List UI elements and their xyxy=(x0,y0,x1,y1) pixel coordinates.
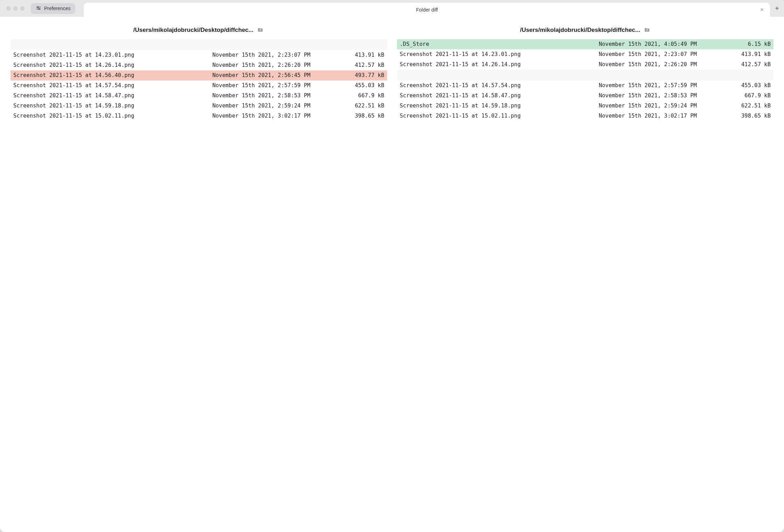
preferences-wrap: Preferences xyxy=(31,0,79,17)
file-row[interactable]: Screenshot 2021-11-15 at 14.56.40.pngNov… xyxy=(11,70,387,80)
file-date: November 15th 2021, 3:02:17 PM xyxy=(175,112,310,120)
file-date: November 15th 2021, 2:57:59 PM xyxy=(561,82,697,89)
file-row[interactable]: Screenshot 2021-11-15 at 14.23.01.pngNov… xyxy=(11,50,387,60)
minimize-window-button[interactable] xyxy=(13,6,18,10)
file-name: Screenshot 2021-11-15 at 14.59.18.png xyxy=(13,102,173,110)
close-window-button[interactable] xyxy=(6,6,11,10)
file-size: 413.91 kB xyxy=(312,51,384,59)
new-tab-button[interactable]: + xyxy=(770,0,784,17)
file-row[interactable]: Screenshot 2021-11-15 at 14.59.18.pngNov… xyxy=(397,101,773,111)
file-size: 455.03 kB xyxy=(699,82,771,89)
file-date: November 15th 2021, 2:59:24 PM xyxy=(561,102,697,110)
file-row[interactable]: Screenshot 2021-11-15 at 15.02.11.pngNov… xyxy=(11,111,387,121)
file-date: November 15th 2021, 2:58:53 PM xyxy=(561,92,697,99)
file-date: November 15th 2021, 2:58:53 PM xyxy=(175,92,310,99)
window-controls xyxy=(0,0,31,17)
file-size: 412.57 kB xyxy=(699,61,771,68)
file-name: Screenshot 2021-11-15 at 14.23.01.png xyxy=(13,51,173,59)
file-size: 413.91 kB xyxy=(699,51,771,58)
file-size: 398.65 kB xyxy=(312,112,384,120)
file-date: November 15th 2021, 2:23:07 PM xyxy=(175,51,310,59)
svg-point-1 xyxy=(37,6,38,7)
file-size: 667.9 kB xyxy=(312,92,384,99)
left-path-text: /Users/mikolajdobrucki/Desktop/diffchec.… xyxy=(133,27,254,34)
file-date: November 15th 2021, 2:26:20 PM xyxy=(175,62,310,69)
file-name: Screenshot 2021-11-15 at 14.57.54.png xyxy=(13,82,173,89)
file-size: 398.65 kB xyxy=(699,112,771,120)
file-row[interactable]: Screenshot 2021-11-15 at 14.58.47.pngNov… xyxy=(397,91,773,101)
tab-strip: Folder diff × xyxy=(79,0,770,17)
app-window: Preferences Folder diff × + /Users/mikol… xyxy=(0,0,784,532)
file-date: November 15th 2021, 2:59:24 PM xyxy=(175,102,310,110)
left-path: /Users/mikolajdobrucki/Desktop/diffchec.… xyxy=(11,27,387,34)
close-tab-button[interactable]: × xyxy=(759,7,765,13)
file-date: November 15th 2021, 2:57:59 PM xyxy=(175,82,310,89)
file-size: 493.77 kB xyxy=(312,72,384,79)
file-size: 622.51 kB xyxy=(699,102,771,110)
file-name: .DS_Store xyxy=(400,41,559,48)
file-name: Screenshot 2021-11-15 at 15.02.11.png xyxy=(13,112,173,120)
file-row[interactable]: Screenshot 2021-11-15 at 15.02.11.pngNov… xyxy=(397,111,773,121)
file-date: November 15th 2021, 2:26:20 PM xyxy=(561,61,697,68)
folder-plus-icon xyxy=(644,27,651,33)
file-date: November 15th 2021, 2:56:45 PM xyxy=(175,72,310,79)
file-row[interactable]: .DS_StoreNovember 15th 2021, 4:05:49 PM6… xyxy=(397,39,773,49)
file-name: Screenshot 2021-11-15 at 14.57.54.png xyxy=(400,82,559,89)
file-name: Screenshot 2021-11-15 at 14.58.47.png xyxy=(400,92,559,99)
close-icon: × xyxy=(760,7,763,13)
right-path-text: /Users/mikolajdobrucki/Desktop/diffchec.… xyxy=(520,27,640,34)
file-row[interactable]: Screenshot 2021-11-15 at 14.58.47.pngNov… xyxy=(11,91,387,101)
file-size: 622.51 kB xyxy=(312,102,384,110)
tab-label: Folder diff xyxy=(84,7,770,13)
file-row-spacer xyxy=(11,39,387,50)
folder-plus-icon xyxy=(257,27,264,33)
plus-icon: + xyxy=(775,5,779,13)
file-row[interactable]: Screenshot 2021-11-15 at 14.57.54.pngNov… xyxy=(11,80,387,91)
choose-right-folder-button[interactable] xyxy=(644,27,651,33)
sliders-icon xyxy=(36,5,41,12)
titlebar: Preferences Folder diff × + xyxy=(0,0,784,17)
file-size: 412.57 kB xyxy=(312,62,384,69)
file-date: November 15th 2021, 3:02:17 PM xyxy=(561,112,697,120)
preferences-label: Preferences xyxy=(44,6,70,11)
diff-body: Screenshot 2021-11-15 at 14.23.01.pngNov… xyxy=(0,39,784,532)
file-name: Screenshot 2021-11-15 at 14.26.14.png xyxy=(13,62,173,69)
folder-paths: /Users/mikolajdobrucki/Desktop/diffchec.… xyxy=(0,17,784,39)
file-row[interactable]: Screenshot 2021-11-15 at 14.23.01.pngNov… xyxy=(397,49,773,59)
preferences-button[interactable]: Preferences xyxy=(31,3,75,14)
file-date: November 15th 2021, 2:23:07 PM xyxy=(561,51,697,58)
file-row[interactable]: Screenshot 2021-11-15 at 14.57.54.pngNov… xyxy=(397,80,773,91)
tab-folder-diff[interactable]: Folder diff × xyxy=(84,3,770,17)
file-name: Screenshot 2021-11-15 at 14.59.18.png xyxy=(400,102,559,110)
file-name: Screenshot 2021-11-15 at 14.23.01.png xyxy=(400,51,559,58)
file-date: November 15th 2021, 4:05:49 PM xyxy=(561,41,697,48)
left-file-list: Screenshot 2021-11-15 at 14.23.01.pngNov… xyxy=(11,39,387,522)
file-row[interactable]: Screenshot 2021-11-15 at 14.26.14.pngNov… xyxy=(11,60,387,70)
right-file-list: .DS_StoreNovember 15th 2021, 4:05:49 PM6… xyxy=(397,39,773,522)
file-row-spacer xyxy=(397,70,773,80)
file-row[interactable]: Screenshot 2021-11-15 at 14.59.18.pngNov… xyxy=(11,101,387,111)
svg-point-3 xyxy=(39,8,40,9)
right-path: /Users/mikolajdobrucki/Desktop/diffchec.… xyxy=(397,27,773,34)
maximize-window-button[interactable] xyxy=(20,6,25,10)
file-name: Screenshot 2021-11-15 at 15.02.11.png xyxy=(400,112,559,120)
file-name: Screenshot 2021-11-15 at 14.58.47.png xyxy=(13,92,173,99)
file-name: Screenshot 2021-11-15 at 14.26.14.png xyxy=(400,61,559,68)
file-size: 6.15 kB xyxy=(699,41,771,48)
file-name: Screenshot 2021-11-15 at 14.56.40.png xyxy=(13,72,173,79)
file-size: 667.9 kB xyxy=(699,92,771,99)
file-size: 455.03 kB xyxy=(312,82,384,89)
file-row[interactable]: Screenshot 2021-11-15 at 14.26.14.pngNov… xyxy=(397,59,773,70)
choose-left-folder-button[interactable] xyxy=(257,27,264,33)
